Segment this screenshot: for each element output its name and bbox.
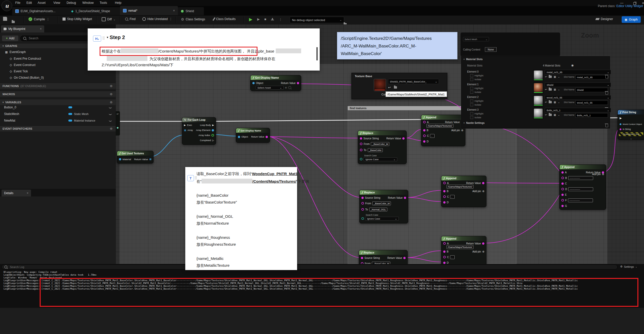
log-search-bar[interactable]: [2, 264, 618, 270]
log-line[interactable]: LogUObjectHash: Compacting FUObjectHashT…: [4, 273, 641, 276]
use-selected-icon[interactable]: ↩: [545, 88, 547, 91]
slot-name-input[interactable]: Bolts_ncl1_1: [575, 113, 608, 118]
isolate-checkbox[interactable]: Isolate: [470, 91, 481, 94]
node-get-display-name-2[interactable]: ƒGet Display Name ObjectReturn Value: [236, 128, 270, 143]
d-input[interactable]: -------------: [568, 187, 593, 191]
highlight-checkbox[interactable]: Highlight: [470, 99, 483, 103]
menu-debug[interactable]: Debug: [67, 1, 76, 5]
variable-row-newmat[interactable]: NewMat Material Instance: [4, 119, 112, 122]
menu-file[interactable]: File: [15, 1, 20, 5]
object-pin[interactable]: [252, 82, 255, 84]
f-input[interactable]: -------------: [568, 198, 593, 202]
stop-utility-widget-button[interactable]: Stop Utility Widget: [63, 17, 92, 21]
add-function-icon[interactable]: ⊕: [110, 84, 113, 88]
collapse-chevron[interactable]: ⌄: [618, 136, 644, 140]
add-macro-icon[interactable]: ⊕: [110, 92, 113, 96]
close-tab-icon[interactable]: ×: [173, 9, 175, 12]
material-dropdown[interactable]: wood_ncl1_55⌄: [545, 95, 611, 100]
d-pin[interactable]: [443, 201, 446, 204]
array-return-pin[interactable]: ▦: [149, 158, 151, 160]
section-event-dispatchers[interactable]: EVENT DISPATCHERS ⊕: [0, 125, 116, 131]
close-panel-icon[interactable]: ×: [40, 27, 42, 31]
clipped-node[interactable]: ↩ ◉: [116, 111, 120, 136]
c-pin[interactable]: [443, 256, 446, 258]
a-input[interactable]: /Game/Maps/Textures/: [426, 124, 453, 128]
chevron-down-icon[interactable]: ⌄: [558, 101, 560, 104]
browse-icon[interactable]: [394, 86, 397, 89]
highlight-checkbox[interactable]: Highlight: [470, 74, 483, 77]
save-icon[interactable]: [3, 17, 7, 21]
node-get-used-textures[interactable]: ƒGet Used Textures MaterialReturn Value▦: [117, 151, 154, 163]
heading-2-badge[interactable]: H₂: [93, 36, 101, 42]
material-thumbnail[interactable]: [533, 108, 543, 119]
return-pin[interactable]: [297, 82, 299, 84]
find-button[interactable]: Find: [125, 17, 135, 21]
eye-closed-icon[interactable]: [109, 106, 112, 108]
exec-pin[interactable]: ▷: [212, 139, 214, 142]
a-pin[interactable]: [443, 242, 446, 245]
use-selected-icon[interactable]: ↩: [545, 101, 547, 104]
clipped-node-select-mesh[interactable]: Select Mesh⌄ Calling Context None: [461, 32, 560, 56]
to-input[interactable]: _Normal_OGL: [369, 208, 387, 211]
c-pin[interactable]: [443, 195, 446, 198]
target-icon[interactable]: ◉: [571, 64, 574, 67]
hide-unrelated-button[interactable]: Hide Unrelated ⋮: [142, 17, 172, 21]
from-pin[interactable]: [361, 202, 364, 205]
d-pin[interactable]: [423, 140, 425, 143]
pattern-icon[interactable]: ▦: [554, 75, 556, 78]
object-pin[interactable]: [238, 136, 240, 138]
log-search-input[interactable]: [9, 265, 112, 269]
a-pin[interactable]: [443, 182, 446, 184]
section-macros[interactable]: MACROS ⊕: [0, 91, 116, 97]
play-options-icon[interactable]: ⋮: [279, 18, 282, 21]
return-pin[interactable]: [403, 257, 406, 259]
from-pin[interactable]: [360, 143, 362, 145]
add-pin-icon[interactable]: ⊕: [461, 129, 463, 132]
variable-type-pill[interactable]: [68, 113, 72, 115]
add-pin-label[interactable]: Add pin: [472, 250, 481, 253]
add-pin-label[interactable]: Add pin: [472, 190, 481, 193]
menu-window[interactable]: Window: [82, 1, 94, 5]
compile-button[interactable]: ✓ Compile ⋮: [28, 17, 49, 21]
designer-button[interactable]: Designer: [596, 17, 613, 21]
add-pin-icon[interactable]: ⊕: [602, 173, 604, 176]
add-pin-icon[interactable]: ⊕: [482, 190, 484, 193]
node-append-multi[interactable]: ƒAppend AReturn Value B------------- Add…: [559, 164, 606, 210]
menu-help[interactable]: Help: [115, 1, 121, 5]
world-context-pin[interactable]: [620, 123, 621, 125]
frame-skip-button[interactable]: ▶: [257, 17, 260, 21]
parent-class-link[interactable]: Editor Utility Widget: [616, 4, 643, 8]
add-pin-icon[interactable]: ⊕: [482, 250, 484, 253]
log-settings-button[interactable]: ⚙ Settings ⌄: [620, 265, 637, 268]
return-pin[interactable]: [404, 197, 406, 199]
chevron-down-icon[interactable]: ⌄: [558, 113, 560, 116]
use-selected-icon[interactable]: ↩: [545, 113, 547, 116]
add-button[interactable]: + Add: [2, 36, 18, 41]
node-replace-1[interactable]: ƒReplace Source StringReturn Value From_…: [358, 130, 407, 164]
menu-view[interactable]: View: [53, 1, 60, 5]
search-case-pin[interactable]: [361, 217, 364, 220]
c-input[interactable]: .: [430, 134, 435, 138]
add-dispatcher-icon[interactable]: ⊕: [110, 127, 113, 130]
slot-name-input[interactable]: Shield: [575, 88, 608, 92]
sidebar-item-on-clicked-button0[interactable]: ◇On Clicked (Button_0): [10, 76, 44, 79]
chevron-down-icon[interactable]: ⌄: [558, 75, 560, 78]
variable-row-staticmesh[interactable]: StaticMesh Static Mesh: [4, 112, 112, 116]
eject-button[interactable]: ▲: [271, 17, 274, 20]
play-button[interactable]: ▶: [249, 17, 252, 22]
caret-down-icon[interactable]: ▾: [107, 36, 108, 39]
element-pin[interactable]: [212, 129, 214, 131]
to-pin[interactable]: [361, 208, 364, 211]
slot-name-input[interactable]: metal_ncl1_85: [575, 75, 608, 79]
b-pin[interactable]: [423, 129, 425, 131]
return-pin[interactable]: [266, 136, 268, 138]
material-dropdown[interactable]: Shield⌄: [545, 82, 611, 87]
class-settings-button[interactable]: ⚙ Class Settings: [181, 17, 205, 21]
tab-decoaxeshield-shape[interactable]: ◆ 1_DecoAxeShield_Shape: [68, 7, 120, 15]
browse-icon[interactable]: [549, 88, 552, 91]
slot-name-input[interactable]: wood_ncl1_55: [575, 101, 608, 105]
g-pin[interactable]: [561, 205, 564, 207]
use-selected-icon[interactable]: ↩: [388, 86, 391, 89]
add-pin-label[interactable]: Add pin: [451, 129, 460, 132]
b-pin[interactable]: [443, 190, 446, 192]
